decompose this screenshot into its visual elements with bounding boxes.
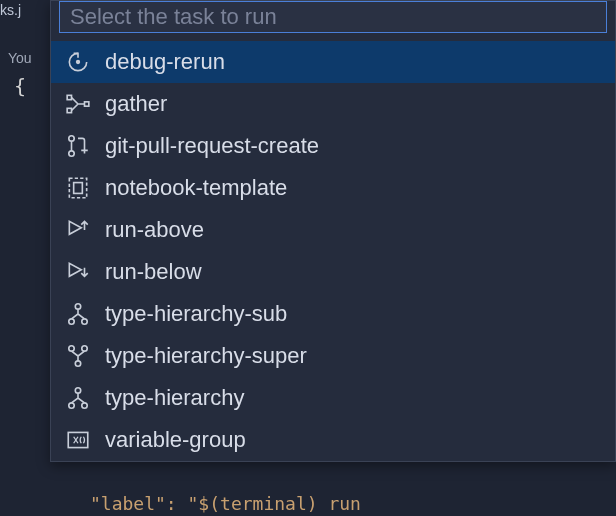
svg-point-8 — [75, 304, 80, 309]
list-item[interactable]: notebook-template — [51, 167, 615, 209]
list-item-label: run-above — [105, 217, 204, 243]
svg-point-4 — [69, 136, 74, 141]
list-item-label: gather — [105, 91, 167, 117]
type-hierarchy-sub-icon — [65, 301, 91, 327]
svg-point-11 — [69, 346, 74, 351]
svg-point-10 — [82, 319, 87, 324]
type-hierarchy-super-icon — [65, 343, 91, 369]
svg-point-9 — [69, 319, 74, 324]
list-item[interactable]: debug-rerun — [51, 41, 615, 83]
svg-rect-3 — [85, 102, 89, 106]
list-item[interactable]: type-hierarchy-sub — [51, 293, 615, 335]
notebook-template-icon — [65, 175, 91, 201]
quick-pick-panel: debug-rerun gather git-pull-request-crea… — [50, 0, 616, 462]
list-item[interactable]: run-below — [51, 251, 615, 293]
list-item-label: debug-rerun — [105, 49, 225, 75]
list-item-label: git-pull-request-create — [105, 133, 319, 159]
svg-rect-6 — [69, 178, 86, 198]
svg-rect-2 — [67, 108, 71, 112]
list-item[interactable]: run-above — [51, 209, 615, 251]
list-item[interactable]: variable-group — [51, 419, 615, 461]
task-list: debug-rerun gather git-pull-request-crea… — [51, 41, 615, 461]
editor-text-fragment: You — [0, 50, 50, 66]
svg-point-12 — [82, 346, 87, 351]
variable-group-icon — [65, 427, 91, 453]
gather-icon — [65, 91, 91, 117]
svg-rect-7 — [74, 183, 83, 194]
list-item-label: run-below — [105, 259, 202, 285]
list-item[interactable]: type-hierarchy-super — [51, 335, 615, 377]
run-below-icon — [65, 259, 91, 285]
svg-point-0 — [76, 60, 80, 64]
list-item[interactable]: git-pull-request-create — [51, 125, 615, 167]
list-item-label: type-hierarchy-sub — [105, 301, 287, 327]
svg-point-15 — [69, 403, 74, 408]
list-item[interactable]: type-hierarchy — [51, 377, 615, 419]
svg-point-5 — [69, 151, 74, 156]
editor-brace: { — [0, 74, 50, 98]
svg-point-16 — [82, 403, 87, 408]
list-item[interactable]: gather — [51, 83, 615, 125]
editor-code-fragment: "label": "$(terminal) run — [90, 493, 616, 516]
svg-point-13 — [75, 361, 80, 366]
list-item-label: type-hierarchy — [105, 385, 244, 411]
list-item-label: type-hierarchy-super — [105, 343, 307, 369]
type-hierarchy-icon — [65, 385, 91, 411]
svg-point-14 — [75, 388, 80, 393]
task-search-input[interactable] — [59, 1, 607, 33]
editor-background: You { — [0, 0, 50, 516]
debug-rerun-icon — [65, 49, 91, 75]
svg-rect-1 — [67, 95, 71, 99]
list-item-label: variable-group — [105, 427, 246, 453]
run-above-icon — [65, 217, 91, 243]
list-item-label: notebook-template — [105, 175, 287, 201]
git-pull-request-create-icon — [65, 133, 91, 159]
